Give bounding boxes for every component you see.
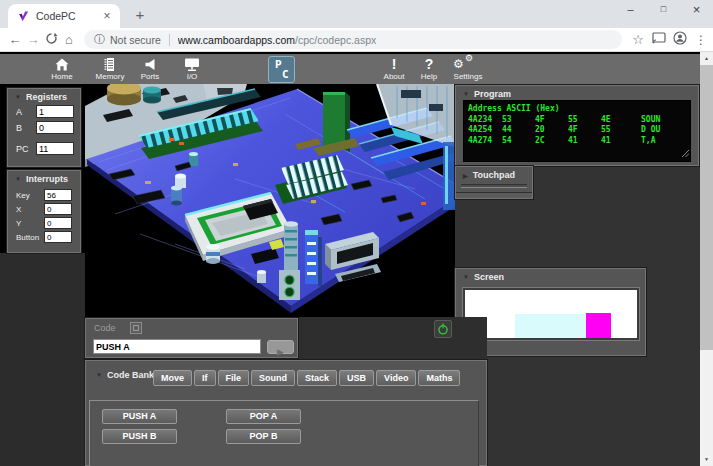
program-title: Program (474, 89, 511, 99)
interrupt-row-key: Key (16, 189, 72, 201)
browser-menu-icon[interactable]: ⋮ (693, 33, 709, 47)
collapse-triangle-icon[interactable]: ▼ (15, 94, 21, 100)
interrupts-header[interactable]: ▼ Interrupts (8, 171, 80, 184)
motherboard-3d-viewport[interactable] (85, 84, 455, 318)
window-controls: – □ × (614, 0, 713, 21)
scroll-down-icon[interactable]: ▼ (700, 453, 713, 466)
toolbar-io-button[interactable]: I/O (169, 56, 215, 84)
browser-tab[interactable]: CodePC × (8, 4, 120, 28)
interrupts-title: Interrupts (26, 174, 68, 184)
program-header[interactable]: ▼ Program (456, 86, 698, 99)
interrupt-button-input[interactable] (44, 231, 72, 243)
collapse-triangle-icon[interactable]: ▼ (96, 372, 102, 378)
code-input[interactable] (93, 339, 261, 354)
code-bank-content: PUSH A POP A PUSH B POP B (89, 400, 479, 466)
maximize-button[interactable]: □ (647, 0, 680, 21)
code-panel: Code ▶ (85, 318, 298, 358)
register-a-label: A (16, 107, 36, 117)
motherboard-3d-render (85, 84, 455, 318)
resize-handle-icon[interactable] (682, 150, 689, 161)
tab-close-icon[interactable]: × (100, 9, 114, 23)
codepc-favicon (17, 10, 30, 23)
screen-header[interactable]: ▼ Screen (456, 269, 645, 282)
code-title: Code (94, 323, 116, 333)
tab-move[interactable]: Move (153, 370, 192, 386)
scrollbar-thumb[interactable] (700, 65, 713, 350)
security-label: Not secure (110, 34, 170, 46)
screen-pixel-block-magenta (586, 313, 611, 338)
page-scrollbar[interactable]: ▲ ▼ (700, 52, 713, 466)
tab-strip: CodePC × + – □ × (0, 0, 713, 28)
close-button[interactable]: × (680, 0, 713, 21)
bookmark-star-icon[interactable]: ☆ (630, 32, 646, 47)
pop-a-button[interactable]: POP A (226, 409, 301, 424)
power-button[interactable] (434, 320, 452, 338)
browser-toolbar: ← → ⌂ ⓘ Not secure www.camboardapps.com/… (0, 28, 713, 52)
register-pc-input[interactable] (36, 142, 74, 155)
new-tab-button[interactable]: + (128, 6, 152, 24)
interrupt-x-input[interactable] (44, 203, 72, 215)
code-panel-icon[interactable] (130, 322, 142, 334)
program-row: 4A274542C4141T,A (468, 136, 690, 147)
code-bank-title: Code Bank (107, 370, 154, 380)
expand-triangle-icon[interactable]: ▶ (463, 172, 468, 179)
push-a-button[interactable]: PUSH A (102, 409, 177, 424)
browser-window: CodePC × + – □ × ← → ⌂ ⓘ Not secure www.… (0, 0, 713, 466)
screen-pixel-block-cyan (515, 314, 586, 338)
interrupt-key-input[interactable] (44, 189, 72, 201)
back-icon[interactable]: ← (6, 32, 24, 47)
info-icon[interactable]: ⓘ (94, 32, 105, 47)
toolbar-io-label: I/O (169, 72, 215, 81)
tab-maths[interactable]: Maths (418, 370, 460, 386)
tab-file[interactable]: File (218, 370, 250, 386)
logo-letter-c: C (282, 68, 289, 81)
collapse-triangle-icon[interactable]: ▼ (463, 274, 469, 280)
io-monitor-icon (169, 56, 215, 72)
left-sidebar-lower (0, 253, 85, 466)
tab-stack[interactable]: Stack (297, 370, 337, 386)
forward-icon[interactable]: → (24, 32, 42, 47)
home-icon[interactable]: ⌂ (60, 32, 78, 47)
run-code-button[interactable]: ▶ (267, 340, 294, 354)
toolbar-ports-button[interactable]: Ports (127, 56, 173, 84)
program-panel: ▼ Program Address ASCII (Hex) 4A234534F5… (455, 85, 699, 166)
scroll-up-icon[interactable]: ▲ (700, 52, 713, 65)
code-bank-panel: ▼ Code Bank Move If File Sound Stack USB… (85, 360, 487, 466)
tab-sound[interactable]: Sound (251, 370, 295, 386)
interrupt-row-x: X (16, 203, 72, 215)
tab-usb[interactable]: USB (339, 370, 374, 386)
reload-icon[interactable] (42, 32, 60, 48)
toolbar-settings-button[interactable]: ⚙ ⚙ Settings (445, 56, 491, 84)
address-bar[interactable]: ⓘ Not secure www.camboardapps.com/cpc/co… (84, 30, 622, 49)
home-house-icon (39, 56, 85, 72)
push-b-button[interactable]: PUSH B (102, 429, 177, 444)
registers-header[interactable]: ▼ Registers (8, 89, 80, 102)
toolbar-home-label: Home (39, 72, 85, 81)
about-exclamation-icon: ! (392, 57, 397, 72)
touchpad-header[interactable]: ▶ Touchpad (456, 167, 532, 180)
url-host: www.camboardapps.com (178, 34, 295, 46)
collapse-triangle-icon[interactable]: ▼ (15, 176, 21, 182)
profile-avatar-icon[interactable] (672, 31, 688, 48)
pop-b-button[interactable]: POP B (226, 429, 301, 444)
interrupt-row-y: Y (16, 217, 72, 229)
collapse-triangle-icon[interactable]: ▼ (463, 91, 469, 97)
screen-title: Screen (474, 272, 504, 282)
logo-letter-p: P (275, 58, 282, 71)
tab-if[interactable]: If (194, 370, 216, 386)
program-listing-header: Address ASCII (Hex) (468, 104, 690, 115)
interrupt-y-label: Y (16, 219, 44, 228)
interrupt-row-button: Button (16, 231, 72, 243)
tab-title: CodePC (36, 10, 100, 22)
play-icon: ▶ (277, 347, 284, 357)
touchpad-panel: ▶ Touchpad (455, 166, 533, 199)
toolbar-home-button[interactable]: Home (39, 56, 85, 84)
interrupt-y-input[interactable] (44, 217, 72, 229)
register-b-input[interactable] (36, 121, 74, 134)
cast-icon[interactable] (651, 32, 667, 47)
minimize-button[interactable]: – (614, 0, 647, 21)
tab-video[interactable]: Video (376, 370, 416, 386)
register-a-input[interactable] (36, 105, 74, 118)
program-row: 4A234534F554ESOUN (468, 115, 690, 126)
code-bank-header[interactable]: ▼ Code Bank (96, 370, 154, 380)
